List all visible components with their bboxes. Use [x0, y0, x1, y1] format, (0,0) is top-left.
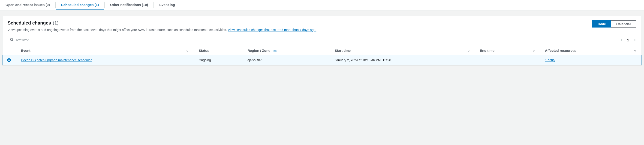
- svg-line-1: [12, 41, 14, 41]
- panel-header: Scheduled changes (1) View upcoming even…: [2, 16, 642, 34]
- col-status[interactable]: Status: [194, 46, 242, 55]
- col-end-time[interactable]: End time: [475, 46, 540, 55]
- panel-description-text: View upcoming events and ongoing events …: [8, 28, 228, 32]
- next-page-button[interactable]: [633, 38, 636, 42]
- cell-region: ap-south-1: [242, 55, 330, 65]
- affected-link[interactable]: 1 entity: [545, 58, 555, 62]
- table-row[interactable]: Docdb DB patch upgrade maintenance sched…: [2, 55, 642, 65]
- svg-marker-2: [186, 50, 188, 51]
- view-table-button[interactable]: Table: [592, 20, 611, 28]
- sort-icon: [186, 49, 188, 53]
- svg-marker-4: [533, 50, 534, 51]
- tab-open-issues[interactable]: Open and recent issues (0): [0, 0, 56, 10]
- panel-count: (1): [53, 20, 58, 26]
- col-region-label: Region / Zone: [248, 49, 270, 53]
- view-toggle: Table Calendar: [592, 20, 636, 28]
- table-toolbar: 1: [2, 34, 642, 46]
- col-start-time[interactable]: Start time: [330, 46, 475, 55]
- filter-wrap: [8, 36, 176, 44]
- view-calendar-button[interactable]: Calendar: [611, 20, 636, 28]
- sort-icon: [634, 49, 636, 53]
- col-affected[interactable]: Affected resources: [540, 46, 642, 55]
- cell-start-time: January 2, 2024 at 10:15:46 PM UTC-8: [330, 55, 475, 65]
- tab-other-notifications[interactable]: Other notifications (10): [104, 0, 154, 10]
- panel-description: View upcoming events and ongoing events …: [8, 28, 587, 32]
- col-affected-label: Affected resources: [545, 49, 576, 53]
- tab-event-log[interactable]: Event log: [154, 0, 180, 10]
- tab-scheduled-changes[interactable]: Scheduled changes (1): [56, 0, 104, 10]
- svg-marker-5: [634, 50, 636, 51]
- radio-selected-icon[interactable]: [7, 58, 11, 62]
- cell-event: Docdb DB patch upgrade maintenance sched…: [16, 55, 194, 65]
- col-select: [2, 46, 16, 55]
- cell-status: Ongoing: [194, 55, 242, 65]
- col-start-time-label: Start time: [335, 49, 350, 53]
- filter-input[interactable]: [8, 36, 176, 44]
- pagination: 1: [620, 38, 636, 42]
- cell-affected: 1 entity: [540, 55, 642, 65]
- events-table: Event Status Region / Zone Info Start ti…: [2, 46, 642, 65]
- panel-title: Scheduled changes: [8, 20, 51, 26]
- svg-marker-3: [468, 50, 470, 51]
- prev-page-button[interactable]: [620, 38, 623, 42]
- view-older-link[interactable]: View scheduled changes that occurred mor…: [228, 28, 316, 32]
- col-region[interactable]: Region / Zone Info: [242, 46, 330, 55]
- cell-end-time: [475, 55, 540, 65]
- search-icon: [10, 38, 14, 42]
- tabs-bar: Open and recent issues (0) Scheduled cha…: [0, 0, 644, 11]
- col-event-label: Event: [21, 49, 30, 53]
- sort-icon: [532, 49, 535, 53]
- sort-icon: [468, 49, 470, 53]
- svg-point-0: [10, 38, 13, 41]
- scheduled-changes-panel: Scheduled changes (1) View upcoming even…: [2, 16, 642, 65]
- page-number: 1: [627, 38, 629, 42]
- col-event[interactable]: Event: [16, 46, 194, 55]
- row-select-cell[interactable]: [2, 55, 16, 65]
- event-link[interactable]: Docdb DB patch upgrade maintenance sched…: [21, 58, 92, 62]
- col-end-time-label: End time: [480, 49, 494, 53]
- region-info-link[interactable]: Info: [272, 49, 277, 53]
- col-status-label: Status: [199, 49, 209, 53]
